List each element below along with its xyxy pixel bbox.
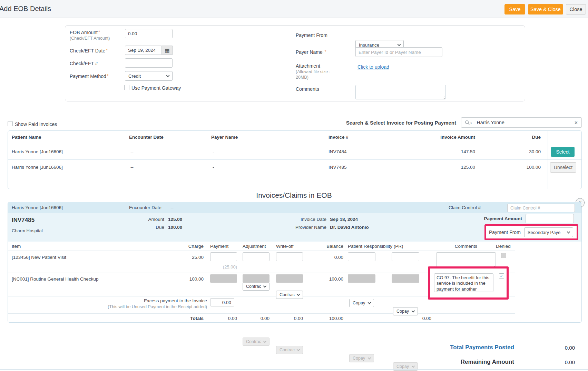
eob-amount-input[interactable] — [125, 29, 173, 38]
show-paid-invoices-label: Show Paid Invoices — [15, 121, 57, 127]
adjustment-type-select-disabled: Contrac — [243, 338, 270, 346]
search-select-invoice-label: Search & Select Invoice for Posting Paym… — [311, 120, 456, 126]
adjustment-type-value: Contrac — [246, 284, 261, 289]
attachment-size-note-1: (Allowed file size : — [296, 69, 330, 74]
writeoff-input-disabled — [276, 274, 303, 283]
patient-name-link[interactable]: Harris Yonne [Jun16606] — [12, 165, 63, 170]
pr1-type-select-disabled: Copay — [349, 354, 374, 362]
items-grid-right-divider — [515, 242, 515, 322]
save-and-close-button[interactable]: Save & Close — [528, 4, 563, 14]
chevron-down-icon — [263, 340, 267, 343]
unselect-invoice-button[interactable]: Unselect — [550, 162, 576, 173]
table-row-divider — [8, 175, 581, 175]
select-invoice-button[interactable]: Select — [551, 147, 575, 157]
check-eft-number-input[interactable] — [125, 58, 173, 68]
payment-method-select[interactable]: Credit — [125, 71, 173, 81]
show-paid-invoices-checkbox[interactable] — [8, 121, 13, 126]
pr1-type-select[interactable]: Copay — [349, 299, 374, 307]
adjustment-input[interactable] — [243, 252, 270, 261]
pr1-input-disabled — [348, 274, 375, 283]
claim-control-input[interactable] — [507, 204, 575, 212]
click-to-upload-link[interactable]: Click to upload — [357, 64, 389, 70]
col-header-due: Due — [513, 135, 541, 140]
chevron-down-icon — [412, 309, 415, 313]
header-bar — [0, 0, 588, 18]
check-eft-date-input[interactable] — [125, 46, 162, 55]
adjustment-type-select[interactable]: Contrac — [243, 282, 270, 291]
invoice-search-box[interactable]: ▾ Harris Yonne ✕ — [461, 117, 582, 128]
claim-facility-name: Charm Hospital — [12, 228, 43, 233]
items-totals-divider — [8, 313, 515, 314]
invoice-number-cell: INV7484 — [329, 149, 347, 154]
payer-name-input[interactable] — [355, 47, 442, 57]
adjustment-input-disabled — [243, 274, 270, 283]
payer-name-label: Payer Name * — [296, 49, 326, 55]
writeoff-input[interactable] — [276, 252, 303, 261]
items-col-writeoff: Write-off — [276, 244, 294, 249]
patient-name-link[interactable]: Harris Yonne [Jun16606] — [12, 149, 63, 154]
comments-textarea[interactable] — [355, 85, 446, 99]
claim-provider-value: Dr. David Antonio — [330, 225, 369, 230]
payment-from-label: Payment From — [296, 32, 327, 38]
search-caret-icon: ▾ — [470, 121, 472, 125]
excess-payment-input[interactable] — [210, 298, 234, 306]
use-payment-gateway-label: Use Payment Gateway — [131, 85, 181, 91]
chevron-down-icon — [567, 230, 570, 234]
items-col-denied: Denied — [496, 244, 511, 249]
items-col-balance: Balance — [309, 244, 343, 249]
excess-payment-sublabel: (This will be Unused Payment in the Rece… — [86, 304, 207, 309]
totals-adjustment: 0.00 — [242, 316, 270, 321]
total-payments-posted-label: Total Payments Posted — [411, 344, 514, 351]
col-header-encounter-date: Encounter Date — [129, 135, 164, 140]
chevron-down-icon — [263, 284, 267, 288]
denied-checkbox-checked[interactable]: ✓ — [499, 273, 504, 279]
eob-amount-label: EOB Amount* — [70, 30, 100, 35]
encounter-date-cell: -- — [130, 165, 134, 170]
payment-input-disabled — [210, 274, 237, 283]
claim-provider-label: Provider Name — [285, 225, 326, 230]
writeoff-type-select[interactable]: Contrac — [276, 291, 303, 299]
payment-from-value: Insurance — [359, 42, 379, 48]
close-button[interactable]: Close — [566, 4, 586, 14]
invoice-amount-cell: 125.00 — [441, 165, 475, 170]
table-row-divider — [8, 159, 581, 160]
items-col-comments: Comments — [436, 244, 496, 249]
pr2-input[interactable] — [392, 252, 419, 261]
item-comment-textarea[interactable]: CO 97- The benefit for this service is i… — [434, 273, 493, 292]
check-eft-date-label: Check/EFT Date* — [70, 48, 108, 53]
payment-input[interactable] — [210, 252, 237, 261]
comments-label: Comments — [296, 86, 319, 92]
pr2-type-select[interactable]: Copay — [393, 307, 418, 315]
required-asterisk: * — [106, 48, 108, 53]
attachment-size-note-2: 20MB) — [296, 75, 308, 80]
check-eft-number-label: Check/EFT # — [70, 61, 98, 66]
pr1-input[interactable] — [348, 252, 375, 261]
use-payment-gateway-checkbox[interactable] — [124, 85, 129, 90]
attachment-label: Attachment — [296, 63, 320, 69]
add-eob-details-page: Add EOB Details Save Save & Close Close … — [0, 0, 588, 371]
search-input-value[interactable]: Harris Yonne — [477, 120, 575, 125]
claim-patient-link[interactable]: Harris Yonne [Jun16606] — [12, 205, 63, 210]
pr1-type-value: Copay — [353, 356, 365, 361]
totals-balance: 100.00 — [309, 316, 343, 321]
payment-method-label: Payment Method* — [70, 74, 109, 79]
pr1-type-value: Copay — [353, 301, 365, 305]
due-cell: 30.00 — [513, 149, 541, 154]
required-asterisk: * — [98, 30, 100, 35]
claim-payment-amount-input[interactable] — [526, 214, 574, 223]
table-header-divider — [8, 144, 581, 144]
claim-patient-row — [8, 202, 581, 213]
adjustment-type-value: Contrac — [246, 339, 261, 344]
items-col-payment: Payment — [210, 244, 228, 249]
save-button[interactable]: Save — [504, 4, 525, 14]
invoice-amount-cell: 147.50 — [441, 149, 475, 154]
bottom-divider — [0, 369, 588, 370]
item-name: [NC001] Routine General Health Checkup — [12, 276, 98, 282]
clear-search-icon[interactable]: ✕ — [574, 120, 578, 125]
claim-payment-from-select[interactable]: Secondary Paye — [524, 227, 573, 237]
chevron-down-icon — [166, 74, 170, 77]
pr2-type-value: Copay — [396, 364, 409, 369]
claim-encounter-date-label: Encounter Date — [129, 205, 161, 210]
calendar-icon[interactable]: ▦ — [162, 46, 173, 55]
items-col-item: Item — [12, 244, 21, 249]
